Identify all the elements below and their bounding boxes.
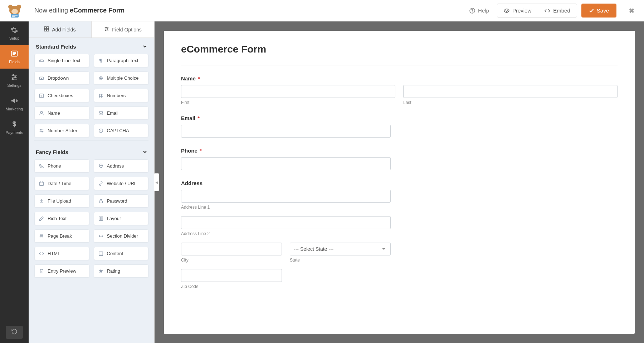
field-password[interactable]: Password <box>94 194 149 208</box>
last-name-input[interactable] <box>403 85 618 98</box>
svg-point-18 <box>15 76 16 78</box>
svg-rect-52 <box>99 201 102 203</box>
svg-point-1 <box>8 5 13 9</box>
field-html[interactable]: HTML <box>34 247 89 260</box>
preview-button[interactable]: Preview <box>497 4 538 18</box>
divider-icon <box>98 234 103 239</box>
text-icon <box>39 58 44 63</box>
address-line1-input[interactable] <box>181 190 391 203</box>
form-field-email[interactable]: Email * <box>181 115 618 138</box>
svg-point-3 <box>11 9 18 14</box>
undo-icon <box>11 328 18 336</box>
page-break-icon <box>39 234 44 239</box>
nav-marketing[interactable]: Marketing <box>0 92 29 116</box>
svg-point-29 <box>105 30 106 31</box>
email-input[interactable] <box>181 125 391 138</box>
user-icon <box>39 111 44 116</box>
svg-rect-59 <box>99 252 103 255</box>
eye-icon <box>504 8 509 14</box>
svg-rect-30 <box>40 60 44 61</box>
field-address[interactable]: Address <box>94 159 149 173</box>
email-label: Email * <box>181 115 618 121</box>
form-surface[interactable]: eCommerce Form Name * First Last Email * <box>164 31 635 334</box>
field-multiple-choice[interactable]: Multiple Choice <box>94 71 149 85</box>
editing-label: Now editing eCommerce Form <box>34 7 125 14</box>
form-field-address[interactable]: Address Address Line 1 Address Line 2 Ci… <box>181 180 618 289</box>
field-date-time[interactable]: Date / Time <box>34 177 89 190</box>
svg-point-27 <box>106 27 107 28</box>
lock-icon <box>98 199 103 204</box>
state-select[interactable]: --- Select State --- <box>290 243 391 255</box>
undo-button[interactable] <box>6 326 23 339</box>
svg-point-34 <box>100 78 102 79</box>
hash-icon <box>98 93 103 98</box>
svg-rect-22 <box>44 29 46 31</box>
dollar-icon <box>10 120 18 129</box>
field-paragraph-text[interactable]: Paragraph Text <box>94 54 149 67</box>
collapse-sidebar-button[interactable]: ◀ <box>154 173 159 191</box>
top-bar: Now editing eCommerce Form Help Preview … <box>0 0 644 21</box>
link-icon <box>98 181 103 186</box>
addr2-sublabel: Address Line 2 <box>181 231 391 236</box>
field-website[interactable]: Website / URL <box>94 177 149 190</box>
field-rich-text[interactable]: Rich Text <box>34 212 89 225</box>
field-entry-preview[interactable]: Entry Preview <box>34 264 89 278</box>
field-section-divider[interactable]: Section Divider <box>94 229 149 243</box>
shield-icon <box>98 128 103 133</box>
help-icon <box>469 8 475 14</box>
help-link[interactable]: Help <box>466 8 493 14</box>
svg-point-47 <box>100 165 101 166</box>
field-dropdown[interactable]: Dropdown <box>34 71 89 85</box>
field-phone[interactable]: Phone <box>34 159 89 173</box>
fancy-fields-header[interactable]: Fancy Fields <box>34 143 148 159</box>
address-line2-input[interactable] <box>181 216 391 229</box>
gear-icon <box>10 26 18 35</box>
nav-payments[interactable]: Payments <box>0 116 29 139</box>
form-field-name[interactable]: Name * First Last <box>181 75 618 105</box>
content-icon <box>98 251 103 256</box>
svg-rect-55 <box>40 234 43 235</box>
field-layout[interactable]: Layout <box>94 212 149 225</box>
field-checkboxes[interactable]: Checkboxes <box>34 89 89 102</box>
edit-icon <box>39 216 44 221</box>
field-email[interactable]: Email <box>94 106 149 120</box>
field-name[interactable]: Name <box>34 106 89 120</box>
field-file-upload[interactable]: File Upload <box>34 194 89 208</box>
field-numbers[interactable]: Numbers <box>94 89 149 102</box>
first-name-input[interactable] <box>181 85 395 98</box>
radio-icon <box>98 76 103 81</box>
svg-point-44 <box>40 129 42 130</box>
dropdown-icon <box>39 76 44 81</box>
address-label: Address <box>181 180 618 186</box>
nav-settings[interactable]: Settings <box>0 69 29 92</box>
field-rating[interactable]: Rating <box>94 264 149 278</box>
field-page-break[interactable]: Page Break <box>34 229 89 243</box>
form-field-phone[interactable]: Phone * <box>181 148 618 170</box>
nav-fields[interactable]: Fields <box>0 45 29 69</box>
close-button[interactable]: ✖ <box>625 4 638 17</box>
phone-icon <box>39 164 44 169</box>
city-input[interactable] <box>181 243 282 255</box>
tab-add-fields[interactable]: Add Fields <box>29 21 92 38</box>
chevron-left-icon: ◀ <box>155 180 158 184</box>
svg-point-17 <box>13 75 14 76</box>
sliders-icon <box>104 26 109 33</box>
field-captcha[interactable]: CAPTCHA <box>94 124 149 137</box>
field-single-line-text[interactable]: Single Line Text <box>34 54 89 67</box>
phone-input[interactable] <box>181 157 391 170</box>
embed-button[interactable]: Embed <box>538 4 577 18</box>
name-label: Name * <box>181 75 618 81</box>
checkbox-icon <box>39 93 44 98</box>
zip-input[interactable] <box>181 269 282 282</box>
tab-field-options[interactable]: Field Options <box>92 21 154 38</box>
city-sublabel: City <box>181 258 282 263</box>
svg-point-2 <box>17 5 21 9</box>
field-number-slider[interactable]: Number Slider <box>34 124 89 137</box>
bear-logo-icon <box>6 3 24 18</box>
last-sublabel: Last <box>403 100 618 105</box>
standard-fields-header[interactable]: Standard Fields <box>34 38 148 54</box>
field-content[interactable]: Content <box>94 247 149 260</box>
save-button[interactable]: Save <box>581 4 616 18</box>
nav-setup[interactable]: Setup <box>0 21 29 45</box>
svg-point-9 <box>506 10 507 11</box>
